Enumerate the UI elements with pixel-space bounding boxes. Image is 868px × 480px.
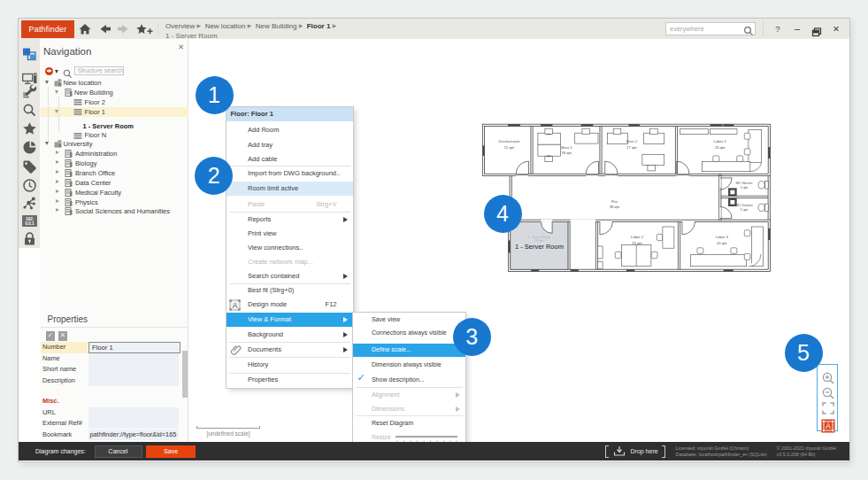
svg-text:20 qm: 20 qm bbox=[717, 241, 727, 245]
svg-text:25 qm: 25 qm bbox=[715, 145, 726, 150]
svg-text:Büro 1: Büro 1 bbox=[561, 145, 572, 150]
svg-text:Labor 1: Labor 1 bbox=[714, 139, 727, 143]
svg-text:12 qm: 12 qm bbox=[504, 145, 515, 150]
svg-text:Flur: Flur bbox=[611, 199, 618, 204]
svg-text:18 qm: 18 qm bbox=[561, 151, 572, 155]
svg-text:A: A bbox=[233, 301, 238, 310]
svg-text:38 qm: 38 qm bbox=[610, 205, 620, 209]
svg-text:Büro 2: Büro 2 bbox=[626, 139, 638, 143]
svg-text:5 qm: 5 qm bbox=[741, 208, 748, 212]
svg-text:1 - Server Room: 1 - Server Room bbox=[515, 243, 564, 251]
svg-text:WC Damen: WC Damen bbox=[735, 204, 753, 207]
svg-text:Labor 3: Labor 3 bbox=[716, 235, 729, 239]
svg-text:1 - Server Room: 1 - Server Room bbox=[528, 236, 550, 239]
svg-text:15 qm: 15 qm bbox=[632, 241, 642, 245]
svg-text:Druckerraum: Druckerraum bbox=[498, 139, 520, 143]
svg-text:5 qm: 5 qm bbox=[741, 186, 748, 190]
svg-text:Labor 2: Labor 2 bbox=[631, 235, 644, 239]
svg-text:WC Herren: WC Herren bbox=[736, 182, 753, 185]
svg-text:A: A bbox=[826, 422, 831, 431]
svg-text:17 qm: 17 qm bbox=[626, 145, 637, 150]
